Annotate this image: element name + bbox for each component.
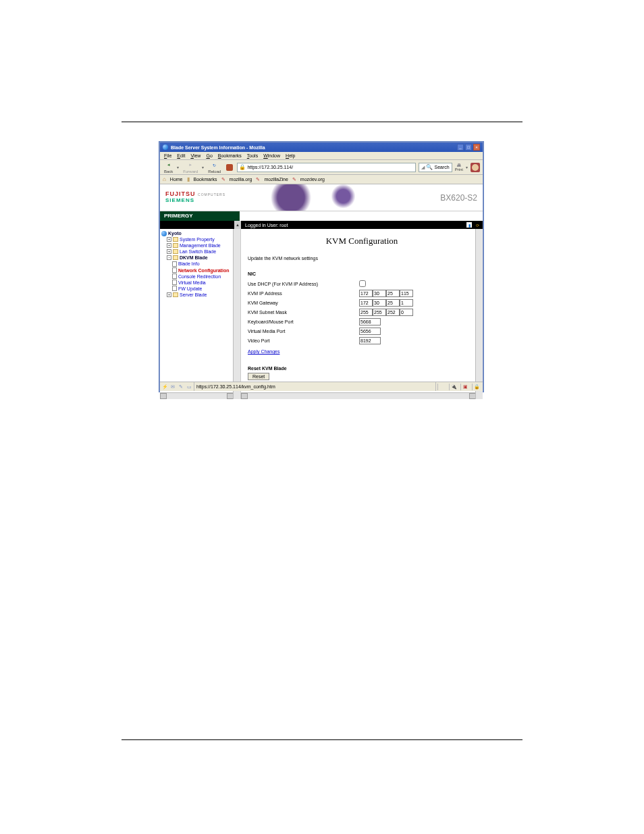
bookmark-toolbar: ⌂ Home ▮ Bookmarks ✎ mozilla.org ✎ mozil… — [160, 175, 483, 184]
menu-edit[interactable]: Edit — [177, 153, 185, 158]
bookmarks-link[interactable]: Bookmarks — [194, 177, 217, 182]
ip-octet-4[interactable] — [400, 290, 413, 297]
menu-tools[interactable]: Tools — [247, 153, 258, 158]
collapse-icon[interactable]: - — [167, 255, 171, 260]
lock-icon: 🔒 — [239, 164, 246, 170]
main-content: KVM Configuration Update the KVM network… — [241, 229, 483, 399]
tree-scrollbar-thumb[interactable] — [234, 230, 240, 244]
status-popup-icon: ▣ — [460, 384, 470, 390]
maximize-button[interactable]: □ — [465, 144, 472, 151]
status-url: https://172.30.25.114/kvm_config.htm — [194, 382, 436, 391]
print-label: Print — [455, 167, 463, 172]
back-dropdown[interactable]: ▾ — [177, 165, 179, 170]
status-addressbook-icon[interactable]: ▭ — [186, 384, 192, 390]
tree-scroll-up[interactable]: ▲ — [234, 221, 241, 229]
minimize-button[interactable]: _ — [457, 144, 464, 151]
reload-button[interactable]: ↻ Reload — [207, 161, 222, 174]
ip-octet-1[interactable] — [359, 290, 373, 297]
login-status-bar: ▲ Logged in User: root ▮ ⟳ — [160, 221, 483, 229]
mask-octet-1[interactable] — [359, 309, 373, 316]
forward-icon: ► — [186, 161, 194, 169]
close-button[interactable]: × — [473, 144, 480, 151]
bookmarks-folder-icon: ▮ — [187, 176, 190, 182]
scroll-left-icon[interactable] — [160, 393, 167, 399]
back-button[interactable]: ◄ Back — [163, 161, 174, 174]
pen-icon: ✎ — [256, 177, 260, 182]
home-link[interactable]: Home — [170, 177, 183, 182]
menu-window[interactable]: Window — [263, 153, 280, 158]
content-body: Kyoto +System Property +Management Blade… — [160, 229, 483, 399]
bm-mozilla-org[interactable]: mozilla.org — [230, 177, 252, 182]
tree-console-redirection[interactable]: Console Redirection — [172, 273, 239, 280]
tree-blade-info[interactable]: Blade Info — [172, 261, 239, 267]
print-button[interactable]: 🖶 Print — [455, 163, 463, 172]
browser-window: Blade Server System Information - Mozill… — [159, 142, 483, 392]
folder-icon — [173, 243, 178, 248]
folder-icon — [173, 292, 178, 297]
status-mail-icon[interactable]: ✉ — [169, 384, 176, 390]
status-compose-icon[interactable]: ✎ — [178, 384, 184, 390]
checkbox-use-dhcp[interactable] — [359, 280, 366, 287]
search-button[interactable]: ◢ 🔍 Search — [419, 163, 452, 172]
menu-help[interactable]: Help — [286, 153, 295, 158]
expand-icon[interactable]: + — [167, 237, 171, 242]
page-icon[interactable]: ▮ — [466, 222, 472, 228]
menu-bookmarks[interactable]: Bookmarks — [218, 153, 242, 158]
row-use-dhcp: Use DHCP (For KVM IP Address) — [248, 279, 476, 288]
throbber-icon — [471, 163, 480, 172]
gw-octet-2[interactable] — [373, 299, 386, 307]
tree-dkvm-blade[interactable]: -DKVM Blade — [167, 255, 239, 261]
page-title: KVM Configuration — [248, 236, 476, 246]
brand-line2: SIEMENS — [165, 198, 225, 204]
expand-icon[interactable]: + — [167, 292, 171, 297]
tree-server-blade[interactable]: +Server Blade — [167, 292, 239, 298]
scroll-right-icon[interactable] — [469, 393, 476, 399]
tree-system-property[interactable]: +System Property — [167, 236, 239, 242]
status-progress — [437, 384, 447, 390]
tree-management-blade[interactable]: +Management Blade — [167, 242, 239, 249]
expand-icon[interactable]: + — [167, 243, 171, 248]
tree-root[interactable]: Kyoto — [161, 230, 239, 236]
main-h-scrollbar[interactable] — [241, 392, 476, 399]
mask-octet-4[interactable] — [400, 309, 413, 316]
bm-mozdev[interactable]: mozdev.org — [300, 177, 325, 182]
bm-mozillazine[interactable]: mozillaZine — [264, 177, 288, 182]
menu-bar: File Edit View Go Bookmarks Tools Window… — [160, 152, 483, 160]
tree-lan-switch-blade[interactable]: +Lan Switch Blade — [167, 249, 239, 255]
header-graphic — [228, 184, 437, 211]
menu-view[interactable]: View — [190, 153, 200, 158]
page-icon — [172, 273, 177, 279]
input-vm-port[interactable] — [359, 328, 381, 335]
row-kvm-mask: KVM Subnet Mask — [248, 307, 476, 317]
refresh-icon[interactable]: ⟳ — [475, 222, 480, 228]
menu-go[interactable]: Go — [206, 153, 212, 158]
mask-octet-3[interactable] — [386, 309, 400, 316]
mask-octet-2[interactable] — [373, 309, 386, 316]
ip-octet-2[interactable] — [373, 290, 386, 297]
print-dropdown[interactable]: ▾ — [466, 165, 468, 170]
menu-file[interactable]: File — [164, 153, 171, 158]
gw-octet-1[interactable] — [359, 299, 373, 307]
tree-network-configuration[interactable]: Network Configuration — [172, 267, 239, 273]
forward-dropdown: ▾ — [202, 165, 204, 170]
stop-button[interactable] — [225, 164, 234, 171]
gw-octet-3[interactable] — [386, 299, 400, 307]
input-video-port[interactable] — [359, 337, 381, 344]
page-icon — [172, 280, 177, 285]
url-bar[interactable]: 🔒 https://172.30.25.114/ — [237, 163, 416, 172]
tree-virtual-media[interactable]: Virtual Media — [172, 280, 239, 286]
expand-icon[interactable]: + — [167, 249, 171, 254]
reset-button[interactable]: Reset — [248, 373, 269, 380]
back-label: Back — [164, 170, 173, 174]
tree-fw-update[interactable]: FW Update — [172, 286, 239, 292]
scroll-right-icon[interactable] — [227, 393, 234, 399]
input-km-port[interactable] — [359, 318, 381, 325]
apply-changes-link[interactable]: Apply Changes — [248, 349, 279, 354]
app-icon — [163, 145, 168, 150]
tree-h-scrollbar[interactable] — [160, 392, 234, 399]
home-icon[interactable]: ⌂ — [163, 176, 166, 182]
scroll-left-icon[interactable] — [241, 393, 248, 399]
row-video-port: Video Port — [248, 336, 476, 345]
gw-octet-4[interactable] — [400, 299, 413, 307]
ip-octet-3[interactable] — [386, 290, 400, 297]
